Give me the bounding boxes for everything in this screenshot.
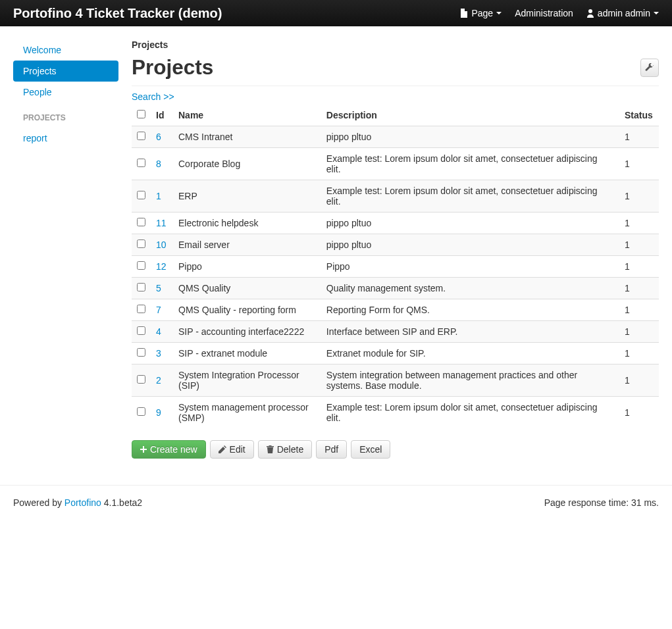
row-description: System integration between management pr… xyxy=(321,364,619,396)
row-checkbox[interactable] xyxy=(137,407,145,416)
col-status: Status xyxy=(619,105,659,126)
sidebar: WelcomeProjectsPeople Projects report xyxy=(13,39,118,459)
row-checkbox[interactable] xyxy=(137,132,145,140)
row-description: Interface between SIP and ERP. xyxy=(321,320,619,342)
select-all-checkbox[interactable] xyxy=(137,110,145,118)
row-description: Extranet module for SIP. xyxy=(321,342,619,364)
row-id-link[interactable]: 10 xyxy=(156,239,167,250)
row-name: SIP - accounting interface2222 xyxy=(173,320,321,342)
powered-by-suffix: 4.1.beta2 xyxy=(101,497,142,508)
row-id-link[interactable]: 9 xyxy=(156,407,161,418)
table-row: 10Email serverpippo pltuo1 xyxy=(132,234,659,255)
table-row: 8Corporate BlogExample test: Lorem ipsum… xyxy=(132,147,659,180)
row-checkbox[interactable] xyxy=(137,283,145,291)
row-id-link[interactable]: 3 xyxy=(156,348,161,359)
row-name: ERP xyxy=(173,180,321,212)
page-title: Projects xyxy=(132,55,213,80)
row-checkbox[interactable] xyxy=(137,326,145,335)
row-description: Quality management system. xyxy=(321,277,619,299)
breadcrumb: Projects xyxy=(132,39,659,50)
row-status: 1 xyxy=(619,147,659,180)
create-new-button[interactable]: Create new xyxy=(132,440,206,459)
edit-button[interactable]: Edit xyxy=(210,440,254,459)
response-time: Page response time: 31 ms. xyxy=(544,497,659,508)
row-description: Example test: Lorem ipsum dolor sit amet… xyxy=(321,147,619,180)
footer: Powered by Portofino 4.1.beta2 Page resp… xyxy=(0,485,672,520)
row-description: Example test: Lorem ipsum dolor sit amet… xyxy=(321,396,619,428)
row-id-link[interactable]: 5 xyxy=(156,283,161,293)
row-status: 1 xyxy=(619,342,659,364)
row-checkbox[interactable] xyxy=(137,191,145,199)
table-row: 5QMS QualityQuality management system.1 xyxy=(132,277,659,299)
row-description: pippo pltuo xyxy=(321,234,619,255)
row-checkbox[interactable] xyxy=(137,239,145,248)
projects-table: Id Name Description Status 6CMS Intranet… xyxy=(132,105,659,428)
search-toggle-link[interactable]: Search >> xyxy=(132,91,174,102)
row-name: QMS Quality - reporting form xyxy=(173,299,321,320)
row-status: 1 xyxy=(619,180,659,212)
nav-user-dropdown[interactable]: admin admin xyxy=(586,8,659,18)
edit-icon xyxy=(219,445,226,453)
file-icon xyxy=(460,9,468,18)
row-id-link[interactable]: 8 xyxy=(156,159,161,169)
excel-button[interactable]: Excel xyxy=(351,440,390,459)
trash-icon xyxy=(267,445,274,453)
row-name: System management processor (SMP) xyxy=(173,396,321,428)
row-name: System Integration Processor (SIP) xyxy=(173,364,321,396)
nav-administration[interactable]: Administration xyxy=(515,8,573,18)
top-navbar: Portofino 4 Ticket Tracker (demo) Page A… xyxy=(0,0,672,26)
row-name: Email server xyxy=(173,234,321,255)
row-status: 1 xyxy=(619,364,659,396)
row-id-link[interactable]: 11 xyxy=(156,218,167,228)
sidebar-item-welcome[interactable]: Welcome xyxy=(13,39,118,61)
nav-page-dropdown[interactable]: Page xyxy=(460,8,502,18)
row-description: pippo pltuo xyxy=(321,126,619,147)
sidebar-item-report[interactable]: report xyxy=(13,128,118,149)
caret-down-icon xyxy=(654,12,659,14)
settings-button[interactable] xyxy=(640,59,659,77)
row-checkbox[interactable] xyxy=(137,218,145,226)
table-row: 7QMS Quality - reporting formReporting F… xyxy=(132,299,659,320)
col-id: Id xyxy=(151,105,173,126)
col-name: Name xyxy=(173,105,321,126)
row-status: 1 xyxy=(619,320,659,342)
row-name: Corporate Blog xyxy=(173,147,321,180)
plus-icon xyxy=(140,446,147,453)
row-checkbox[interactable] xyxy=(137,159,145,167)
row-checkbox[interactable] xyxy=(137,375,145,384)
row-id-link[interactable]: 12 xyxy=(156,261,167,272)
portofino-link[interactable]: Portofino xyxy=(65,497,101,508)
row-description: Pippo xyxy=(321,255,619,277)
row-name: SIP - extranet module xyxy=(173,342,321,364)
row-status: 1 xyxy=(619,396,659,428)
sidebar-item-projects[interactable]: Projects xyxy=(13,61,118,82)
wrench-icon xyxy=(645,63,654,72)
row-status: 1 xyxy=(619,212,659,234)
table-row: 11Electronic helpdeskpippo pltuo1 xyxy=(132,212,659,234)
powered-by-prefix: Powered by xyxy=(13,497,65,508)
row-name: QMS Quality xyxy=(173,277,321,299)
table-row: 12PippoPippo1 xyxy=(132,255,659,277)
row-checkbox[interactable] xyxy=(137,348,145,357)
sidebar-item-people[interactable]: People xyxy=(13,82,118,103)
row-id-link[interactable]: 7 xyxy=(156,305,161,315)
row-id-link[interactable]: 2 xyxy=(156,375,161,386)
pdf-button[interactable]: Pdf xyxy=(316,440,347,459)
row-id-link[interactable]: 1 xyxy=(156,191,161,201)
row-id-link[interactable]: 4 xyxy=(156,326,161,337)
row-id-link[interactable]: 6 xyxy=(156,132,161,142)
row-name: Pippo xyxy=(173,255,321,277)
row-status: 1 xyxy=(619,255,659,277)
delete-button[interactable]: Delete xyxy=(258,440,312,459)
table-row: 3SIP - extranet moduleExtranet module fo… xyxy=(132,342,659,364)
row-status: 1 xyxy=(619,126,659,147)
table-row: 6CMS Intranetpippo pltuo1 xyxy=(132,126,659,147)
row-checkbox[interactable] xyxy=(137,305,145,313)
table-row: 9System management processor (SMP)Exampl… xyxy=(132,396,659,428)
table-row: 2System Integration Processor (SIP)Syste… xyxy=(132,364,659,396)
row-checkbox[interactable] xyxy=(137,261,145,270)
svg-point-0 xyxy=(588,9,592,13)
app-brand: Portofino 4 Ticket Tracker (demo) xyxy=(13,6,222,21)
row-description: Example test: Lorem ipsum dolor sit amet… xyxy=(321,180,619,212)
table-row: 1ERPExample test: Lorem ipsum dolor sit … xyxy=(132,180,659,212)
